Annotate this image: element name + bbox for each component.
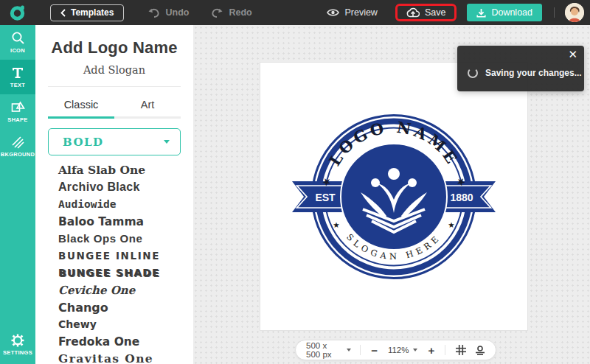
rail-label: ICON	[10, 47, 25, 54]
cloud-upload-icon	[406, 7, 420, 18]
search-icon	[11, 31, 25, 45]
avatar-person-icon	[565, 3, 584, 22]
zoom-in-button[interactable]: +	[426, 345, 436, 356]
user-avatar[interactable]	[565, 3, 584, 22]
font-list-item[interactable]: BUNGEE SHADE	[58, 265, 193, 281]
zoom-out-button[interactable]: −	[369, 345, 379, 356]
font-list-item[interactable]: Black Ops One	[58, 230, 193, 247]
font-list-item[interactable]: Chewy	[58, 316, 193, 333]
rail-label: BKGROUND	[1, 151, 35, 158]
preview-button[interactable]: Preview	[327, 7, 377, 18]
save-label: Save	[425, 7, 446, 18]
app-logo[interactable]	[0, 0, 35, 25]
top-bar: Templates Undo Redo Preview	[0, 0, 590, 25]
snap-align-button[interactable]	[475, 346, 485, 355]
sidebar-item-bkground[interactable]: BKGROUND	[0, 129, 35, 164]
toolbar-divider	[360, 345, 361, 355]
tab-art[interactable]: Art	[114, 94, 181, 119]
download-label: Download	[491, 7, 532, 18]
chevron-down-icon	[347, 349, 351, 351]
close-icon[interactable]: ✕	[568, 48, 577, 61]
font-list-item[interactable]: Fredoka One	[58, 333, 193, 350]
grid-icon	[456, 345, 466, 355]
add-logo-name-heading[interactable]: Add Logo Name	[35, 38, 193, 57]
download-button[interactable]: Download	[467, 4, 542, 21]
font-list-item[interactable]: Ceviche One	[58, 281, 193, 298]
tool-rail: ICON TEXT SHAPE BKGROUND	[0, 25, 35, 364]
sidebar-item-shape[interactable]: SHAPE	[0, 94, 35, 129]
add-slogan-heading[interactable]: Add Slogan	[35, 64, 193, 76]
font-weight-value: BOLD	[63, 136, 104, 149]
zoom-level-dropdown[interactable]: 112%	[388, 346, 418, 354]
saving-toast: ✕ Saving your changes...	[457, 46, 584, 91]
toast-content: Saving your changes...	[468, 68, 582, 78]
align-center-icon	[475, 346, 485, 355]
canvas-size-dropdown[interactable]: 500 x 500 px	[306, 341, 351, 359]
toolbar-divider	[445, 345, 445, 355]
rail-label: SETTINGS	[3, 349, 32, 356]
undo-button[interactable]: Undo	[148, 7, 189, 18]
font-list-item[interactable]: Baloo Tamma	[58, 213, 193, 230]
font-list: Alfa Slab One Archivo Black Audiowide Ba…	[58, 161, 193, 364]
font-list-item[interactable]: BUNGEE INLINE	[58, 247, 193, 264]
canvas-size-value: 500 x 500 px	[306, 341, 340, 359]
templates-button[interactable]: Templates	[50, 4, 124, 21]
font-list-item[interactable]: Audiowide	[58, 196, 193, 213]
badge-logo-graphic: EST 1880	[287, 105, 501, 289]
chevron-left-icon	[60, 9, 66, 17]
logo-canvas-object[interactable]: EST 1880	[287, 105, 501, 289]
text-panel: Add Logo Name Add Slogan Classic Art BOL…	[35, 25, 193, 364]
star-icon: ★	[333, 220, 339, 229]
redo-icon	[211, 7, 223, 18]
zoom-level-value: 112%	[388, 346, 409, 354]
rail-label: SHAPE	[7, 116, 27, 123]
canvas-toolbar: 500 x 500 px − 112% +	[295, 340, 496, 360]
chevron-down-icon	[413, 349, 417, 351]
sidebar-item-settings[interactable]: SETTINGS	[0, 326, 35, 364]
undo-icon	[148, 7, 160, 18]
spinner-icon	[468, 68, 478, 78]
brand-d-icon	[9, 4, 27, 21]
redo-label: Redo	[229, 7, 251, 18]
sidebar-item-icon[interactable]: ICON	[0, 25, 35, 60]
logo-maker-app: Templates Undo Redo Preview	[0, 0, 590, 364]
undo-label: Undo	[165, 7, 189, 18]
font-tabs: Classic Art	[48, 94, 181, 119]
year-label: 1880	[450, 192, 473, 203]
font-list-item[interactable]: Gravitas One	[58, 350, 193, 364]
font-list-item[interactable]: Alfa Slab One	[58, 161, 193, 178]
toast-message: Saving your changes...	[485, 68, 582, 78]
text-t-icon	[11, 66, 24, 80]
download-icon	[476, 8, 486, 18]
rail-spacer	[0, 164, 35, 326]
chevron-down-icon	[164, 140, 170, 144]
save-highlight-box: Save	[395, 4, 457, 21]
topbar-right-group: Preview Save Download	[327, 3, 590, 22]
sidebar-item-text[interactable]: TEXT	[0, 60, 35, 94]
font-list-item[interactable]: Chango	[58, 298, 193, 315]
eye-icon	[327, 8, 339, 17]
topbar-divider	[554, 7, 555, 18]
rail-label: TEXT	[10, 82, 25, 88]
shapes-icon	[11, 101, 25, 114]
grid-toggle-button[interactable]	[456, 345, 466, 355]
redo-button[interactable]: Redo	[211, 7, 251, 18]
templates-label: Templates	[71, 7, 114, 18]
font-weight-dropdown[interactable]: BOLD	[48, 128, 181, 155]
preview-label: Preview	[344, 7, 377, 18]
artboard[interactable]: EST 1880	[260, 63, 527, 330]
est-label: EST	[315, 192, 336, 203]
tab-classic[interactable]: Classic	[48, 94, 114, 119]
gear-icon	[11, 334, 24, 347]
font-list-item[interactable]: Archivo Black	[58, 178, 193, 195]
panel-divider	[48, 86, 181, 87]
star-icon: ★	[448, 220, 454, 229]
save-button[interactable]: Save	[406, 7, 446, 18]
background-hatch-icon	[11, 136, 24, 149]
